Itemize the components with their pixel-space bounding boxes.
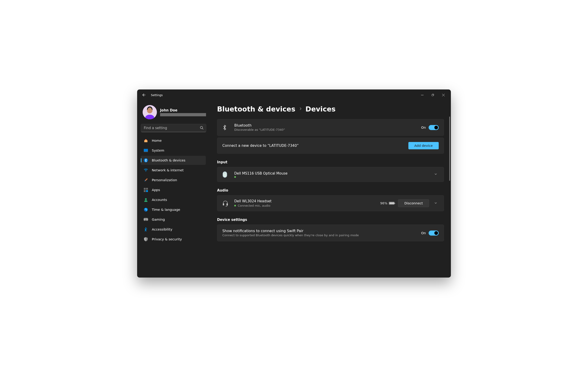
maximize-icon xyxy=(432,94,434,96)
nav-label: Personalization xyxy=(152,178,177,182)
mouse-icon xyxy=(222,171,228,178)
swift-pair-subtitle: Connect to supported Bluetooth devices q… xyxy=(222,234,359,237)
section-audio-heading: Audio xyxy=(217,188,444,192)
svg-point-17 xyxy=(145,227,146,228)
svg-rect-9 xyxy=(144,188,146,190)
nav-item-home[interactable]: Home xyxy=(141,136,206,145)
nav-label: Apps xyxy=(152,188,160,192)
breadcrumb-current: Devices xyxy=(305,105,336,113)
arrow-left-icon xyxy=(142,93,146,97)
nav: Home System Bluetooth & devices Network … xyxy=(141,135,207,275)
expand-button[interactable] xyxy=(433,171,439,178)
nav-label: Privacy & security xyxy=(152,237,182,241)
bluetooth-icon xyxy=(144,158,148,163)
clock-icon xyxy=(144,207,148,212)
nav-item-accessibility[interactable]: Accessibility xyxy=(141,225,206,234)
apps-icon xyxy=(144,188,148,192)
disconnect-button[interactable]: Disconnect xyxy=(398,199,429,207)
add-device-button[interactable]: Add device xyxy=(408,142,439,149)
minimize-button[interactable] xyxy=(417,90,427,100)
profile[interactable]: John Doe xyxy=(141,103,207,123)
battery-indicator: 96% xyxy=(380,201,394,205)
toggle-state: On xyxy=(421,126,426,129)
bluetooth-toggle[interactable]: On xyxy=(421,125,439,130)
titlebar: Settings xyxy=(137,90,451,100)
window-controls xyxy=(417,90,449,100)
user-name: John Doe xyxy=(160,108,206,112)
bluetooth-panel: Bluetooth Discoverable as “LATITUDE-7340… xyxy=(217,119,444,136)
chevron-right-icon xyxy=(299,107,302,111)
nav-item-gaming[interactable]: Gaming xyxy=(141,215,206,224)
svg-point-13 xyxy=(145,198,147,200)
accessibility-icon xyxy=(144,227,148,232)
status-dot-icon xyxy=(234,176,236,178)
nav-item-accounts[interactable]: Accounts xyxy=(141,195,206,204)
user-email-redacted xyxy=(160,113,206,116)
device-row-headset[interactable]: Dell WL3024 Headset Connected mic, audio… xyxy=(217,195,444,211)
svg-rect-6 xyxy=(144,152,148,152)
app-title: Settings xyxy=(151,93,163,97)
nav-label: Accessibility xyxy=(152,227,172,231)
battery-percent: 96% xyxy=(380,201,387,205)
toggle-state: On xyxy=(421,231,426,235)
section-input-heading: Input xyxy=(217,160,444,164)
close-button[interactable] xyxy=(438,90,449,100)
device-name: Dell WL3024 Headset xyxy=(234,199,271,203)
home-icon xyxy=(144,138,148,143)
main-content: Bluetooth & devices Devices Bluetooth Di… xyxy=(208,100,451,277)
nav-item-personalization[interactable]: Personalization xyxy=(141,175,206,185)
settings-window: Settings John Doe xyxy=(137,90,451,277)
connect-text: Connect a new device to “LATITUDE-7340” xyxy=(222,144,299,148)
gaming-icon xyxy=(144,217,148,222)
svg-rect-10 xyxy=(146,188,148,190)
svg-rect-12 xyxy=(146,190,148,192)
swift-pair-toggle[interactable]: On xyxy=(421,231,439,236)
nav-label: Time & language xyxy=(152,208,180,211)
svg-rect-0 xyxy=(432,94,433,96)
maximize-button[interactable] xyxy=(427,90,438,100)
nav-label: Bluetooth & devices xyxy=(152,158,185,162)
back-button[interactable] xyxy=(139,90,149,100)
nav-item-bluetooth[interactable]: Bluetooth & devices xyxy=(141,156,206,165)
headset-icon xyxy=(222,200,228,206)
nav-item-time[interactable]: Time & language xyxy=(141,205,206,214)
section-settings-heading: Device settings xyxy=(217,218,444,222)
shield-icon xyxy=(144,237,148,242)
battery-icon xyxy=(389,202,394,205)
bluetooth-subtitle: Discoverable as “LATITUDE-7340” xyxy=(234,128,285,131)
breadcrumb: Bluetooth & devices Devices xyxy=(217,105,444,113)
nav-item-network[interactable]: Network & internet xyxy=(141,166,206,175)
bluetooth-title: Bluetooth xyxy=(234,123,285,127)
nav-label: Accounts xyxy=(152,198,167,202)
svg-rect-11 xyxy=(144,190,146,192)
device-name: Dell MS116 USB Optical Mouse xyxy=(234,171,288,175)
minimize-icon xyxy=(421,94,424,96)
svg-rect-20 xyxy=(227,203,228,205)
device-row-mouse[interactable]: Dell MS116 USB Optical Mouse xyxy=(217,167,444,182)
svg-point-16 xyxy=(147,219,147,220)
expand-button[interactable] xyxy=(433,200,439,207)
main-scrollbar[interactable] xyxy=(449,117,450,181)
system-icon xyxy=(144,148,148,153)
nav-item-apps[interactable]: Apps xyxy=(141,185,206,194)
svg-rect-19 xyxy=(223,203,224,205)
chevron-down-icon xyxy=(434,173,437,176)
svg-point-15 xyxy=(147,219,147,219)
search-input[interactable] xyxy=(141,124,206,132)
connect-panel: Connect a new device to “LATITUDE-7340” … xyxy=(217,138,444,154)
nav-label: Home xyxy=(152,139,162,142)
switch-on-icon xyxy=(429,231,439,236)
sidebar: John Doe Home System xyxy=(137,100,208,277)
search-container xyxy=(141,124,206,132)
swift-pair-title: Show notifications to connect using Swif… xyxy=(222,229,359,233)
switch-on-icon xyxy=(429,125,439,130)
svg-point-8 xyxy=(146,171,146,172)
nav-item-system[interactable]: System xyxy=(141,146,206,155)
search-icon xyxy=(200,126,204,131)
wifi-icon xyxy=(144,168,148,173)
nav-label: System xyxy=(152,149,164,152)
breadcrumb-parent[interactable]: Bluetooth & devices xyxy=(217,105,295,113)
nav-item-privacy[interactable]: Privacy & security xyxy=(141,235,206,244)
chevron-down-icon xyxy=(434,201,437,205)
nav-label: Gaming xyxy=(152,218,165,221)
